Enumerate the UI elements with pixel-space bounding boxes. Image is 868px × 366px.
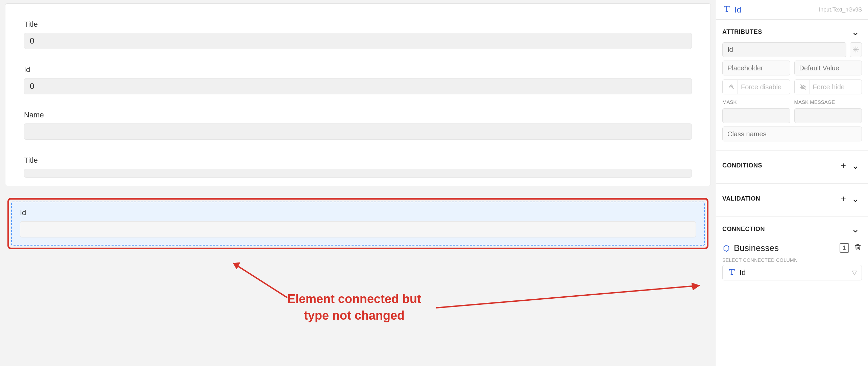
inspector-panel: Id Input.Text_nGv9S ATTRIBUTES ⌄ ✳ xyxy=(716,0,868,366)
section-title: VALIDATION xyxy=(722,195,760,202)
form-field-name: Name xyxy=(24,111,692,140)
tools-icon xyxy=(725,80,738,94)
mask-message-input[interactable] xyxy=(794,108,862,123)
plus-icon[interactable]: + xyxy=(838,160,849,171)
chevron-down-icon: ⌄ xyxy=(849,193,862,204)
chevron-down-icon: ⌄ xyxy=(849,160,862,171)
dropdown-icon: ▽ xyxy=(852,269,857,276)
id-input-selected[interactable] xyxy=(20,221,696,237)
section-validation-header[interactable]: VALIDATION + ⌄ xyxy=(716,184,868,214)
section-title: ATTRIBUTES xyxy=(722,28,762,36)
section-attributes-header[interactable]: ATTRIBUTES ⌄ xyxy=(716,20,868,42)
id-input-1[interactable] xyxy=(24,78,692,94)
annotation-arrow-right xyxy=(436,281,706,315)
field-label: Id xyxy=(20,208,696,217)
connection-entity-row[interactable]: Businesses 1 xyxy=(716,239,868,255)
attribute-label-input[interactable] xyxy=(722,42,846,57)
form-field-id-1: Id xyxy=(24,65,692,94)
text-type-icon xyxy=(722,4,731,15)
toggle-label: Force disable xyxy=(741,83,781,91)
svg-marker-1 xyxy=(233,262,240,269)
toggle-label: Force hide xyxy=(813,83,845,91)
section-attributes-body: ✳ Force disable Force hide xyxy=(716,42,868,147)
name-input[interactable] xyxy=(24,123,692,140)
form-field-title-1: Title xyxy=(24,20,692,49)
form-field-title-2: Title xyxy=(24,156,692,178)
mask-message-label: MASK MESSAGE xyxy=(794,99,862,105)
form-card: Title Id Name Title xyxy=(5,3,711,186)
section-title: CONDITIONS xyxy=(722,162,762,169)
svg-line-2 xyxy=(436,285,700,308)
canvas-area: Title Id Name Title Id xyxy=(0,0,716,366)
plus-icon[interactable]: + xyxy=(838,193,849,204)
index-badge[interactable]: 1 xyxy=(840,243,849,253)
selected-field-id[interactable]: Id xyxy=(11,202,705,246)
mask-input[interactable] xyxy=(722,108,790,123)
default-value-input[interactable] xyxy=(794,61,862,75)
chevron-down-icon: ⌄ xyxy=(849,26,862,38)
annotation-line: Element connected but xyxy=(287,292,421,306)
selected-element-highlight: Id xyxy=(7,198,708,249)
selected-column-value: Id xyxy=(740,268,746,277)
section-title: CONNECTION xyxy=(722,226,765,233)
select-column-label: SELECT CONNECTED COLUMN xyxy=(716,255,868,265)
annotation-line: type not changed xyxy=(304,308,405,322)
trash-icon[interactable] xyxy=(854,243,862,253)
annotation-arrow-left xyxy=(226,257,294,301)
field-label: Title xyxy=(24,156,692,165)
chevron-down-icon: ⌄ xyxy=(849,224,862,235)
class-names-input[interactable] xyxy=(722,127,862,141)
svg-marker-3 xyxy=(692,283,700,290)
force-hide-toggle[interactable]: Force hide xyxy=(794,79,862,94)
field-label: Title xyxy=(24,20,692,29)
force-disable-toggle[interactable]: Force disable xyxy=(722,79,790,94)
title-input-1[interactable] xyxy=(24,33,692,49)
placeholder-input[interactable] xyxy=(722,61,790,75)
section-conditions-header[interactable]: CONDITIONS + ⌄ xyxy=(716,151,868,181)
field-label: Id xyxy=(24,65,692,74)
field-label: Name xyxy=(24,111,692,119)
panel-header: Id Input.Text_nGv9S xyxy=(716,0,868,20)
element-id: Input.Text_nGv9S xyxy=(819,7,862,13)
text-type-icon xyxy=(727,268,736,278)
mask-label: MASK xyxy=(722,99,790,105)
required-toggle-icon[interactable]: ✳ xyxy=(850,42,862,57)
svg-line-0 xyxy=(233,263,287,298)
eye-off-icon xyxy=(797,80,810,94)
connection-entity-name: Businesses xyxy=(734,243,779,253)
connected-column-select[interactable]: Id ▽ xyxy=(722,265,862,280)
hexagon-icon xyxy=(722,244,730,252)
title-input-2[interactable] xyxy=(24,169,692,178)
section-connection-header[interactable]: CONNECTION ⌄ xyxy=(716,217,868,239)
annotation-text: Element connected but type not changed xyxy=(287,291,421,324)
panel-title: Id xyxy=(734,5,741,15)
